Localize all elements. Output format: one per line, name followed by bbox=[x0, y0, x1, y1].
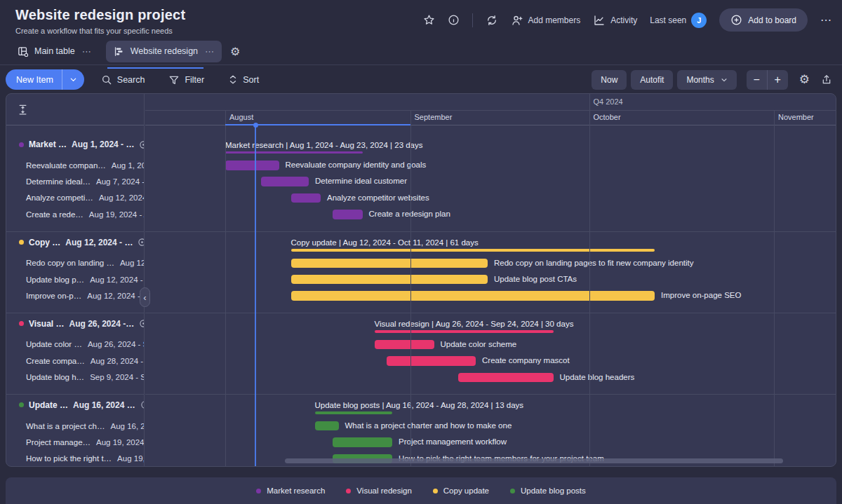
gantt-row: Update color scheme bbox=[145, 336, 836, 353]
gantt-bar[interactable] bbox=[291, 193, 321, 203]
item-name: Create compa… bbox=[26, 357, 85, 365]
chart-group-section: Update blog posts | Aug 16, 2024 - Aug 2… bbox=[145, 394, 836, 466]
new-item-button[interactable]: New Item bbox=[6, 69, 84, 90]
sidebar-item-row[interactable]: Redo copy on landing … Aug 12, 2… bbox=[6, 255, 144, 271]
gantt-bar[interactable] bbox=[291, 275, 488, 285]
filter-button[interactable]: Filter bbox=[161, 70, 211, 90]
chevron-down-icon[interactable] bbox=[62, 76, 84, 83]
zoom-out-button[interactable]: − bbox=[747, 70, 767, 90]
item-date-range: Aug 1, 2024 … bbox=[112, 161, 144, 170]
sidebar-item-row[interactable]: Determine ideal… Aug 7, 2024 - Au… bbox=[6, 173, 144, 189]
add-to-board-button[interactable]: Add to board bbox=[719, 8, 808, 32]
month-header-row: AugustSeptemberOctoberNovember bbox=[145, 111, 836, 125]
gantt-bar[interactable] bbox=[315, 421, 339, 431]
sidebar-group-row[interactable]: Update … Aug 16, 2024 … bbox=[6, 397, 144, 413]
sidebar-group-row[interactable]: Visual … Aug 26, 2024 -… bbox=[6, 316, 144, 332]
activity-button[interactable]: Activity bbox=[593, 14, 637, 27]
tab-main-table[interactable]: Main table ⋯ bbox=[10, 41, 99, 62]
tab-menu-icon[interactable]: ⋯ bbox=[82, 46, 92, 57]
gantt-bar[interactable] bbox=[225, 161, 279, 170]
item-date-range: Aug 7, 2024 - Au… bbox=[96, 177, 144, 186]
info-icon bbox=[448, 14, 460, 26]
sidebar-item-row[interactable]: Update color … Aug 26, 2024 - Se… bbox=[6, 336, 144, 353]
chevron-left-icon: ‹ bbox=[143, 292, 146, 303]
locate-icon[interactable] bbox=[138, 238, 144, 247]
add-members-button[interactable]: Add members bbox=[511, 14, 581, 27]
collapse-all-icon[interactable] bbox=[18, 104, 28, 116]
legend-item: Copy update bbox=[433, 486, 489, 495]
gantt-row: Determine ideal customer bbox=[145, 173, 836, 189]
sidebar-group-row[interactable]: Copy … Aug 12, 2024 - … bbox=[6, 235, 144, 250]
autofit-button[interactable]: Autofit bbox=[631, 70, 673, 90]
toolbar-right: Now Autofit Months − + ⚙ bbox=[592, 70, 832, 90]
activity-label: Activity bbox=[610, 15, 637, 25]
group-color-dot bbox=[19, 240, 24, 245]
item-name: Improve on-p… bbox=[26, 292, 81, 300]
gantt-bar[interactable] bbox=[333, 210, 363, 219]
sidebar-item-row[interactable]: Create compa… Aug 28, 2024 - Se… bbox=[6, 353, 144, 369]
sidebar-item-row[interactable]: How to pick the right t… Aug 19, 2… bbox=[6, 451, 144, 466]
sidebar-sections: Market … Aug 1, 2024 - … Reevaluate comp… bbox=[6, 125, 144, 466]
gantt-bar[interactable] bbox=[333, 437, 392, 447]
sidebar-item-row[interactable]: Update blog p… Aug 12, 2024 - Se… bbox=[6, 271, 144, 287]
gantt-settings-gear-icon[interactable]: ⚙ bbox=[799, 72, 810, 87]
tab-menu-icon[interactable]: ⋯ bbox=[205, 46, 215, 57]
view-settings-gear-icon[interactable]: ⚙ bbox=[230, 45, 240, 58]
tab-main-table-label: Main table bbox=[34, 46, 75, 56]
month-label: October bbox=[594, 113, 621, 121]
favorite-button[interactable] bbox=[423, 14, 435, 26]
group-name: Update … bbox=[29, 400, 68, 410]
integrate-button[interactable] bbox=[486, 14, 498, 27]
gantt-bar[interactable] bbox=[291, 259, 488, 268]
now-button[interactable]: Now bbox=[592, 70, 627, 90]
sidebar-item-row[interactable]: Update blog h… Sep 9, 2024 - Sep … bbox=[6, 369, 144, 386]
export-button[interactable] bbox=[821, 74, 832, 86]
board-info-button[interactable] bbox=[448, 14, 460, 26]
gantt-bar[interactable] bbox=[291, 291, 655, 301]
sidebar-item-row[interactable]: Improve on-p… Aug 12, 2024 - Oct… bbox=[6, 287, 144, 304]
chart-group-section: Market research | Aug 1, 2024 - Aug 23, … bbox=[145, 125, 836, 231]
group-summary[interactable]: Visual redesign | Aug 26, 2024 - Sep 24,… bbox=[375, 320, 574, 333]
sidebar-group-row[interactable]: Market … Aug 1, 2024 - … bbox=[6, 137, 144, 152]
locate-icon[interactable] bbox=[139, 140, 144, 149]
gantt-bar[interactable] bbox=[261, 177, 309, 186]
gantt-bar-label: Analyze competitor websites bbox=[327, 190, 429, 206]
item-name: Update blog p… bbox=[26, 275, 84, 284]
last-seen[interactable]: Last seen J bbox=[650, 13, 707, 28]
last-seen-label: Last seen bbox=[650, 15, 686, 25]
gantt-bar[interactable] bbox=[458, 373, 554, 383]
locate-icon[interactable] bbox=[139, 319, 144, 328]
sidebar-item-row[interactable]: Analyze competi… Aug 12, 2024 - … bbox=[6, 190, 144, 206]
board-menu-button[interactable]: ⋯ bbox=[820, 13, 832, 27]
gantt-bar[interactable] bbox=[375, 340, 434, 350]
group-name: Visual … bbox=[29, 319, 64, 329]
month-label: August bbox=[229, 113, 253, 121]
today-marker-dot[interactable] bbox=[253, 123, 258, 128]
zoom-in-button[interactable]: + bbox=[768, 70, 788, 90]
group-summary[interactable]: Update blog posts | Aug 16, 2024 - Aug 2… bbox=[315, 401, 524, 414]
group-color-dot bbox=[19, 402, 24, 407]
gantt-bar-label: Redo copy on landing pages to fit new co… bbox=[494, 255, 694, 271]
month-gridline bbox=[774, 111, 775, 466]
sidebar-collapse-button[interactable]: ‹ bbox=[140, 287, 150, 307]
group-summary-label: Visual redesign | Aug 26, 2024 - Sep 24,… bbox=[375, 320, 574, 328]
sidebar-item-row[interactable]: Project manage… Aug 19, 2024 - … bbox=[6, 434, 144, 450]
item-name: Update blog h… bbox=[26, 373, 84, 381]
sidebar-item-row[interactable]: Create a rede… Aug 19, 2024 - Au… bbox=[6, 206, 144, 222]
locate-icon[interactable] bbox=[140, 400, 144, 409]
sort-button[interactable]: Sort bbox=[221, 70, 266, 89]
gantt-row: Update blog post CTAs bbox=[145, 271, 836, 287]
legend-color-dot bbox=[433, 489, 438, 493]
new-item-label: New Item bbox=[6, 75, 62, 85]
sidebar-item-row[interactable]: What is a project ch… Aug 16, 202… bbox=[6, 418, 144, 434]
group-summary[interactable]: Copy update | Aug 12, 2024 - Oct 11, 202… bbox=[291, 238, 655, 252]
gantt-bar[interactable] bbox=[387, 356, 476, 366]
zoom-unit-select[interactable]: Months bbox=[677, 70, 736, 90]
sidebar-item-row[interactable]: Reevaluate compan… Aug 1, 2024 … bbox=[6, 157, 144, 173]
search-icon bbox=[101, 74, 112, 86]
tab-gantt-view[interactable]: Website redesign ⋯ bbox=[106, 41, 222, 62]
gantt-row: Redo copy on landing pages to fit new co… bbox=[145, 255, 836, 271]
gantt-bar-label: Update blog headers bbox=[560, 369, 635, 386]
search-button[interactable]: Search bbox=[94, 70, 152, 90]
horizontal-scrollbar-thumb[interactable] bbox=[285, 458, 783, 463]
